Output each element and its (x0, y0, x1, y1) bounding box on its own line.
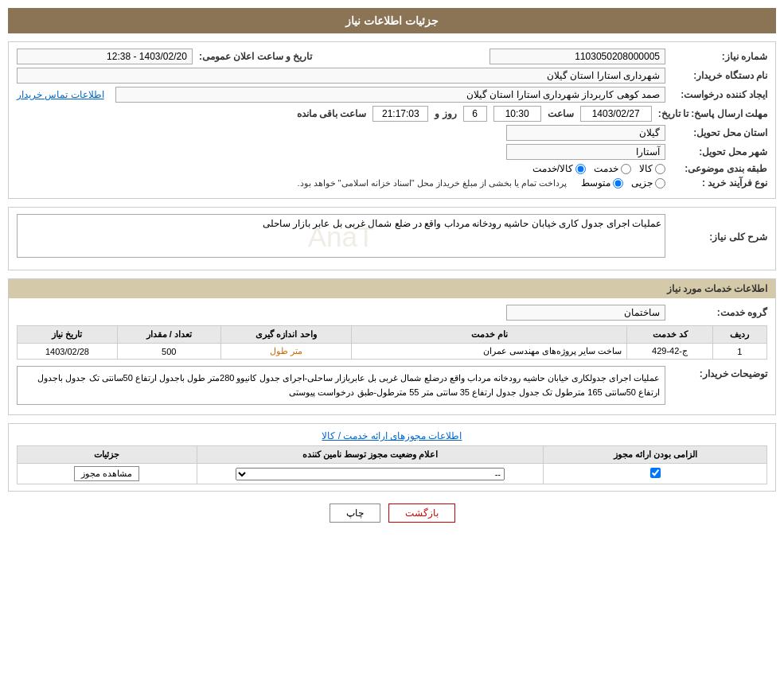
permits-section: اطلاعات مجوزهای ارائه خدمت / کالا الزامی… (8, 423, 776, 492)
radio-motavasset-input[interactable] (613, 178, 623, 189)
announce-date-label: تاریخ و ساعت اعلان عمومی: (199, 51, 312, 62)
radio-khedmat[interactable]: خدمت (594, 163, 631, 174)
row-buyer-org: نام دستگاه خریدار: شهرداری استارا استان … (17, 68, 767, 84)
services-section: اطلاعات خدمات مورد نیاز گروه خدمت: ساختم… (8, 278, 776, 415)
main-info-section: شماره نیاز: 1103050208000005 تاریخ و ساع… (8, 41, 776, 199)
response-deadline-label: مهلت ارسال پاسخ: تا تاریخ: (658, 108, 767, 119)
row-need-number: شماره نیاز: 1103050208000005 تاریخ و ساع… (17, 49, 767, 64)
day-label: روز و (435, 108, 456, 119)
cell-mandatory (544, 464, 767, 484)
cell-permit-status: -- (197, 464, 543, 484)
requester-contact-link[interactable]: اطلاعات تماس خریدار (17, 89, 104, 100)
col-code: کد خدمت (627, 326, 712, 344)
radio-kala-input[interactable] (655, 164, 665, 174)
page-title: جزئیات اطلاعات نیاز (8, 8, 776, 33)
col-date: تاریخ نیاز (18, 326, 118, 344)
view-permit-button[interactable]: مشاهده مجوز (74, 466, 139, 481)
col-mandatory: الزامی بودن ارائه مجوز (544, 446, 767, 464)
category-radio-group: کالا خدمت کالا/خدمت (532, 163, 665, 174)
services-section-header: اطلاعات خدمات مورد نیاز (9, 279, 775, 298)
row-province: استان محل تحویل: گیلان (17, 125, 767, 141)
buyer-org-label: نام دستگاه خریدار: (672, 70, 767, 81)
radio-kala-khedmat[interactable]: کالا/خدمت (532, 163, 586, 174)
province-value: گیلان (506, 125, 665, 141)
services-table-body: 1 ج-42-429 ساخت سایر پروژه‌های مهندسی عم… (18, 344, 767, 360)
buyer-desc-label: توضیحات خریدار: (672, 366, 767, 379)
announce-date-value: 1403/02/20 - 12:38 (17, 49, 193, 64)
process-radio-group: جزیی متوسط (581, 177, 665, 189)
bottom-buttons: بازگشت چاپ (8, 504, 776, 523)
buyer-org-value: شهرداری استارا استان گیلان (17, 68, 665, 84)
cell-qty-1: 500 (117, 344, 220, 360)
process-note: پرداخت تمام یا بخشی از مبلغ خریداز محل "… (297, 178, 567, 189)
need-desc-textarea[interactable] (17, 214, 665, 258)
response-time: 10:30 (493, 106, 541, 122)
cell-unit-1: متر طول (220, 344, 352, 360)
cell-code-1: ج-42-429 (627, 344, 712, 360)
col-unit: واحد اندازه گیری (220, 326, 352, 344)
row-buyer-desc: توضیحات خریدار: عملیات اجرای جدولکاری خی… (17, 366, 767, 405)
cell-name-1: ساخت سایر پروژه‌های مهندسی عمران (352, 344, 627, 360)
permits-table-header: الزامی بودن ارائه مجوز اعلام وضعیت مجوز … (18, 446, 767, 464)
radio-motavasset-label: متوسط (581, 177, 610, 189)
requester-value: صمد کوهی کاربرداز شهرداری استارا استان گ… (115, 87, 665, 103)
row-response-deadline: مهلت ارسال پاسخ: تا تاریخ: 1403/02/27 سا… (17, 106, 767, 122)
radio-jozi[interactable]: جزیی (631, 177, 665, 189)
requester-label: ایجاد کننده درخواست: (672, 89, 767, 100)
city-value: آستارا (506, 144, 665, 160)
row-need-desc: شرح کلی نیاز: AnaT (17, 214, 767, 260)
radio-khedmat-input[interactable] (621, 164, 631, 174)
process-label: نوع فرآیند خرید : (672, 177, 767, 189)
col-name: نام خدمت (352, 326, 627, 344)
response-day: 6 (463, 106, 487, 122)
permits-table: الزامی بودن ارائه مجوز اعلام وضعیت مجوز … (17, 445, 767, 484)
radio-jozi-input[interactable] (655, 178, 665, 189)
radio-kala-label: کالا (639, 163, 653, 174)
buyer-desc-box: عملیات اجرای جدولکاری خیابان حاشیه رودخا… (17, 366, 665, 405)
need-number-value: 1103050208000005 (490, 49, 665, 64)
col-row: ردیف (712, 326, 766, 344)
row-process-type: نوع فرآیند خرید : جزیی متوسط پرداخت تمام… (17, 177, 767, 189)
col-details: جزئیات (18, 446, 197, 464)
table-row: 1 ج-42-429 ساخت سایر پروژه‌های مهندسی عم… (18, 344, 767, 360)
radio-kala-khedmat-label: کالا/خدمت (532, 163, 573, 174)
city-label: شهر محل تحویل: (672, 146, 767, 157)
permits-link[interactable]: اطلاعات مجوزهای ارائه خدمت / کالا (17, 430, 767, 441)
radio-khedmat-label: خدمت (594, 163, 618, 174)
col-quantity: تعداد / مقدار (117, 326, 220, 344)
permit-status-select[interactable]: -- (236, 468, 505, 480)
need-number-label: شماره نیاز: (672, 51, 767, 62)
group-service-label: گروه خدمت: (672, 307, 767, 318)
cell-permit-detail: مشاهده مجوز (18, 464, 197, 484)
permit-row: -- مشاهده مجوز (18, 464, 767, 484)
group-service-value: ساختمان (506, 305, 665, 321)
back-button[interactable]: بازگشت (388, 504, 455, 523)
print-button[interactable]: چاپ (330, 504, 380, 523)
radio-kala-khedmat-input[interactable] (575, 164, 586, 174)
radio-jozi-label: جزیی (631, 177, 653, 189)
radio-motavasset[interactable]: متوسط (581, 177, 623, 189)
remaining-label: ساعت باقی مانده (297, 108, 367, 119)
services-table-header: ردیف کد خدمت نام خدمت واحد اندازه گیری ت… (18, 326, 767, 344)
response-date: 1403/02/27 (580, 106, 652, 122)
cell-date-1: 1403/02/28 (18, 344, 118, 360)
need-desc-section: شرح کلی نیاز: AnaT // Set textarea value… (8, 207, 776, 270)
services-table: ردیف کد خدمت نام خدمت واحد اندازه گیری ت… (17, 325, 767, 360)
category-label: طبقه بندی موضوعی: (672, 163, 767, 174)
row-category: طبقه بندی موضوعی: کالا خدمت کالا/خدمت (17, 163, 767, 174)
time-label: ساعت (548, 108, 574, 119)
mandatory-checkbox[interactable] (650, 468, 661, 478)
need-desc-label: شرح کلی نیاز: (672, 231, 767, 243)
col-status: اعلام وضعیت مجوز توسط نامین کننده (197, 446, 543, 464)
radio-kala[interactable]: کالا (639, 163, 665, 174)
province-label: استان محل تحویل: (672, 127, 767, 138)
permits-table-body: -- مشاهده مجوز (18, 464, 767, 484)
response-clock: 21:17:03 (372, 106, 428, 122)
row-requester: ایجاد کننده درخواست: صمد کوهی کاربرداز ش… (17, 87, 767, 103)
row-group-service: گروه خدمت: ساختمان (17, 305, 767, 321)
cell-row-1: 1 (712, 344, 766, 360)
row-city: شهر محل تحویل: آستارا (17, 144, 767, 160)
